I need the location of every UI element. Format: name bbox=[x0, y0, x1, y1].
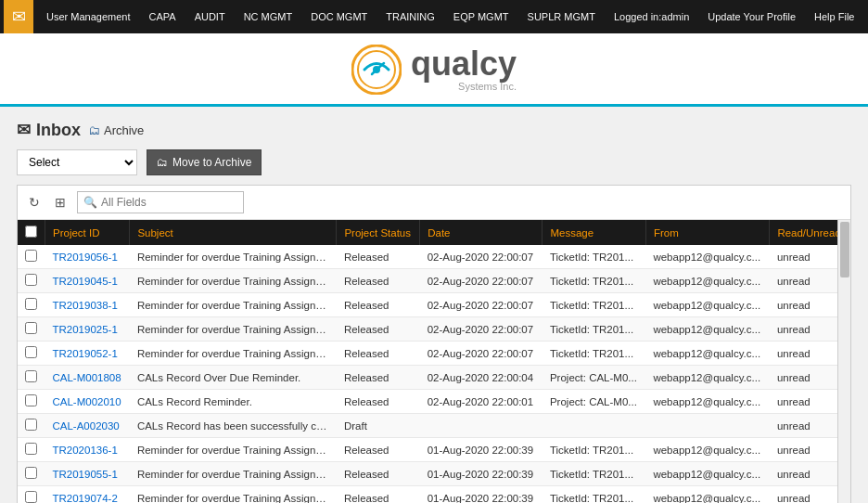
status-cell: Released bbox=[337, 317, 420, 342]
nav-item-doc-mgmt[interactable]: DOC MGMT bbox=[301, 0, 377, 33]
controls-row: Select 🗂 Move to Archive bbox=[17, 149, 851, 175]
status-cell: Released bbox=[337, 293, 420, 317]
nav-item-capa[interactable]: CAPA bbox=[140, 0, 185, 33]
nav-update-profile[interactable]: Update Your Profile bbox=[698, 0, 805, 33]
archive-btn-icon: 🗂 bbox=[157, 156, 168, 169]
col-message[interactable]: Message bbox=[542, 220, 645, 245]
project-id-link[interactable]: TR2019045-1 bbox=[53, 276, 118, 287]
project-id-cell: TR2019056-1 bbox=[45, 245, 130, 269]
top-navigation: ✉ User Management CAPA AUDIT NC MGMT DOC… bbox=[0, 0, 868, 33]
nav-help-file[interactable]: Help File bbox=[805, 0, 863, 33]
nav-logged-in: Logged in:admin bbox=[605, 0, 698, 33]
project-id-link[interactable]: TR2020136-1 bbox=[53, 445, 118, 456]
subject-cell: Reminder for overdue Training Assignment… bbox=[130, 269, 337, 293]
row-checkbox[interactable] bbox=[25, 250, 37, 262]
date-cell: 02-Aug-2020 22:00:04 bbox=[420, 366, 542, 390]
project-id-cell: CAL-A002030 bbox=[45, 414, 130, 438]
subject-cell: Reminder for overdue Training Assignment… bbox=[130, 462, 337, 486]
vertical-scrollbar[interactable] bbox=[837, 220, 850, 503]
project-id-link[interactable]: TR2019074-2 bbox=[53, 493, 118, 504]
from-cell: webapp12@qualcy.c... bbox=[645, 390, 769, 414]
project-id-link[interactable]: TR2019055-1 bbox=[53, 469, 118, 480]
from-cell: webapp12@qualcy.c... bbox=[645, 462, 769, 486]
row-checkbox-cell bbox=[18, 366, 45, 390]
col-date[interactable]: Date bbox=[420, 220, 542, 245]
project-id-link[interactable]: CAL-M002010 bbox=[53, 396, 121, 407]
row-checkbox[interactable] bbox=[25, 443, 37, 455]
from-cell: webapp12@qualcy.c... bbox=[645, 317, 769, 342]
from-cell: webapp12@qualcy.c... bbox=[645, 342, 769, 366]
archive-link[interactable]: 🗂 Archive bbox=[88, 123, 144, 137]
date-cell: 02-Aug-2020 22:00:07 bbox=[420, 317, 542, 342]
project-id-cell: TR2019045-1 bbox=[45, 269, 130, 293]
table-row: TR2019052-1 Reminder for overdue Trainin… bbox=[18, 342, 850, 366]
col-project-id[interactable]: Project ID bbox=[45, 220, 130, 245]
select-all-checkbox[interactable] bbox=[25, 226, 37, 238]
row-checkbox[interactable] bbox=[25, 346, 37, 358]
project-id-link[interactable]: TR2019025-1 bbox=[53, 324, 118, 335]
nav-item-nc-mgmt[interactable]: NC MGMT bbox=[235, 0, 302, 33]
date-cell: 01-Aug-2020 22:00:39 bbox=[420, 462, 542, 486]
from-cell: webapp12@qualcy.c... bbox=[645, 486, 769, 504]
inbox-title: ✉ Inbox bbox=[17, 120, 81, 140]
row-checkbox-cell bbox=[18, 269, 45, 293]
col-from[interactable]: From bbox=[645, 220, 769, 245]
project-id-link[interactable]: CAL-M001808 bbox=[53, 372, 121, 383]
move-to-archive-button[interactable]: 🗂 Move to Archive bbox=[147, 149, 262, 175]
row-checkbox[interactable] bbox=[25, 322, 37, 334]
nav-item-training[interactable]: TRAINING bbox=[377, 0, 444, 33]
logo-svg bbox=[351, 45, 402, 95]
search-box: 🔍 bbox=[77, 191, 244, 213]
from-cell: webapp12@qualcy.c... bbox=[645, 245, 769, 269]
message-cell: TicketId: TR201... bbox=[542, 438, 645, 462]
status-cell: Released bbox=[337, 390, 420, 414]
search-input[interactable] bbox=[101, 196, 237, 209]
project-id-link[interactable]: TR2019056-1 bbox=[53, 252, 118, 263]
from-cell: webapp12@qualcy.c... bbox=[645, 366, 769, 390]
row-checkbox[interactable] bbox=[25, 274, 37, 286]
status-cell: Released bbox=[337, 245, 420, 269]
date-cell: 02-Aug-2020 22:00:07 bbox=[420, 269, 542, 293]
message-cell: TicketId: TR201... bbox=[542, 317, 645, 342]
project-id-link[interactable]: TR2019052-1 bbox=[53, 348, 118, 359]
inbox-label: Inbox bbox=[36, 121, 81, 140]
header-area: qualcy Systems Inc. bbox=[0, 33, 868, 107]
subject-cell: CALs Record has been successfully create… bbox=[130, 414, 337, 438]
row-checkbox[interactable] bbox=[25, 467, 37, 479]
table-row: TR2019045-1 Reminder for overdue Trainin… bbox=[18, 269, 850, 293]
row-checkbox[interactable] bbox=[25, 491, 37, 503]
row-checkbox-cell bbox=[18, 462, 45, 486]
table-row: CAL-M002010 CALs Record Reminder. Releas… bbox=[18, 390, 850, 414]
row-checkbox-cell bbox=[18, 414, 45, 438]
col-project-status[interactable]: Project Status bbox=[337, 220, 420, 245]
subject-cell: Reminder for overdue Training Assignment… bbox=[130, 438, 337, 462]
nav-item-audit[interactable]: AUDIT bbox=[185, 0, 235, 33]
from-cell bbox=[645, 414, 769, 438]
subject-cell: Reminder for overdue Training Assignment… bbox=[130, 317, 337, 342]
columns-icon: ⊞ bbox=[55, 195, 66, 210]
col-subject[interactable]: Subject bbox=[130, 220, 337, 245]
row-checkbox[interactable] bbox=[25, 370, 37, 382]
row-checkbox[interactable] bbox=[25, 419, 37, 431]
message-cell: TicketId: TR201... bbox=[542, 486, 645, 504]
logo-container: qualcy Systems Inc. bbox=[351, 45, 517, 95]
table-row: CAL-A002030 CALs Record has been success… bbox=[18, 414, 850, 438]
project-id-link[interactable]: TR2019038-1 bbox=[53, 300, 118, 311]
subject-cell: Reminder for overdue Training Assignment… bbox=[130, 293, 337, 317]
project-id-link[interactable]: CAL-A002030 bbox=[53, 420, 120, 432]
message-cell: TicketId: TR201... bbox=[542, 293, 645, 317]
select-dropdown[interactable]: Select bbox=[17, 149, 137, 175]
nav-logo-icon: ✉ bbox=[12, 6, 26, 27]
date-cell: 02-Aug-2020 22:00:07 bbox=[420, 245, 542, 269]
columns-button[interactable]: ⊞ bbox=[51, 193, 70, 212]
message-cell: Project: CAL-M0... bbox=[542, 366, 645, 390]
row-checkbox[interactable] bbox=[25, 394, 37, 406]
nav-item-eqp-mgmt[interactable]: EQP MGMT bbox=[444, 0, 518, 33]
row-checkbox-cell bbox=[18, 438, 45, 462]
nav-item-suplr-mgmt[interactable]: SUPLR MGMT bbox=[518, 0, 605, 33]
nav-logout[interactable]: Logout bbox=[863, 0, 868, 33]
archive-folder-icon: 🗂 bbox=[88, 123, 100, 137]
nav-item-user-management[interactable]: User Management bbox=[37, 0, 140, 33]
refresh-button[interactable]: ↻ bbox=[25, 193, 44, 212]
row-checkbox[interactable] bbox=[25, 298, 37, 310]
